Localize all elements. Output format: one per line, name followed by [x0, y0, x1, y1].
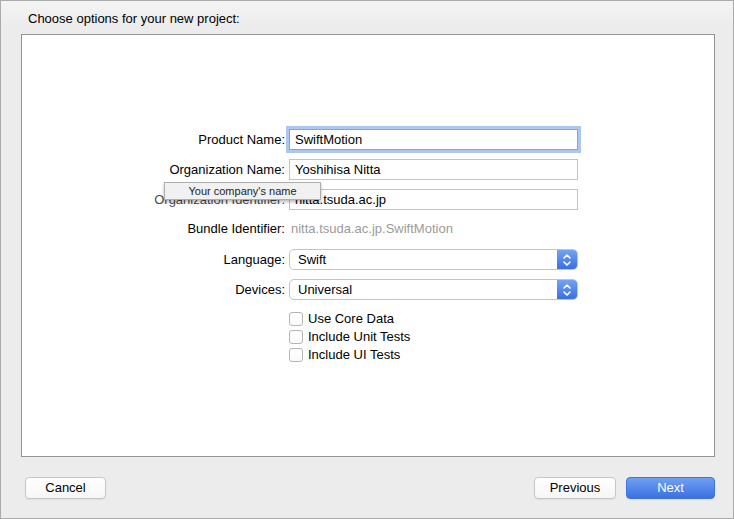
- include-ui-tests-label: Include UI Tests: [308, 348, 400, 362]
- devices-label: Devices:: [21, 279, 285, 300]
- organization-name-label: Organization Name:: [21, 159, 285, 180]
- include-ui-tests-option[interactable]: Include UI Tests: [289, 348, 400, 362]
- new-project-options-dialog: Choose options for your new project: Pro…: [0, 0, 734, 519]
- organization-identifier-input[interactable]: [289, 189, 578, 210]
- product-name-input[interactable]: [289, 129, 578, 150]
- organization-name-input[interactable]: [289, 159, 578, 180]
- include-unit-tests-label: Include Unit Tests: [308, 330, 410, 344]
- language-selected-value: Swift: [290, 252, 577, 267]
- use-core-data-checkbox[interactable]: [289, 312, 303, 326]
- bundle-identifier-value: nitta.tsuda.ac.jp.SwiftMotion: [291, 219, 453, 239]
- use-core-data-label: Use Core Data: [308, 312, 394, 326]
- chevron-up-down-icon: [557, 280, 577, 299]
- include-ui-tests-checkbox[interactable]: [289, 348, 303, 362]
- devices-selected-value: Universal: [290, 282, 577, 297]
- product-name-label: Product Name:: [21, 129, 285, 150]
- include-unit-tests-checkbox[interactable]: [289, 330, 303, 344]
- include-unit-tests-option[interactable]: Include Unit Tests: [289, 330, 410, 344]
- language-label: Language:: [21, 249, 285, 270]
- organization-identifier-tooltip: Your company's name: [164, 182, 321, 200]
- use-core-data-option[interactable]: Use Core Data: [289, 312, 394, 326]
- language-popup[interactable]: Swift: [289, 249, 578, 270]
- devices-popup[interactable]: Universal: [289, 279, 578, 300]
- bundle-identifier-label: Bundle Identifier:: [21, 219, 285, 239]
- chevron-up-down-icon: [557, 250, 577, 269]
